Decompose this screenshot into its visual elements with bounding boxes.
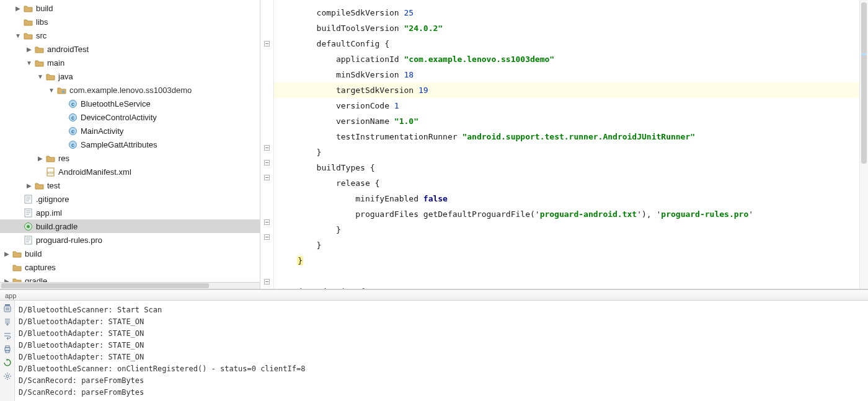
code-line[interactable]: testInstrumentationRunner "android.suppo…: [274, 129, 859, 144]
tree-item-label: MainActivity: [81, 126, 123, 136]
log-line[interactable]: D/BluetoothAdapter: STATE_ON: [19, 340, 864, 351]
fold-icon[interactable]: [264, 219, 270, 225]
tree-item-label: build: [36, 4, 53, 13]
svg-text:c: c: [71, 128, 74, 134]
tree-item-label: src: [36, 31, 46, 40]
project-tree[interactable]: ▶build▶libs▼src▶androidTest▼main▼java▼co…: [0, 0, 260, 289]
code-line[interactable]: buildTypes {: [274, 160, 859, 175]
tree-item[interactable]: ▶cBluetoothLeService: [0, 97, 260, 110]
editor-gutter[interactable]: [260, 0, 274, 289]
code-line[interactable]: }: [274, 222, 859, 237]
code-line[interactable]: defaultConfig {: [274, 36, 859, 51]
breadcrumb[interactable]: app: [0, 289, 868, 301]
settings-icon[interactable]: [2, 371, 12, 381]
log-line[interactable]: D/ScanRecord: parseFromBytes: [19, 387, 864, 399]
tree-item-label: build.gradle: [36, 222, 78, 231]
expand-arrow-icon[interactable]: ▶: [25, 182, 33, 189]
expand-arrow-icon[interactable]: ▶: [2, 250, 11, 257]
tree-horizontal-scrollbar[interactable]: [0, 282, 260, 289]
folder-icon: [33, 45, 45, 53]
expand-arrow-icon: ▶: [14, 196, 22, 203]
scroll-to-end-icon[interactable]: [2, 317, 12, 327]
expand-arrow-icon[interactable]: ▼: [25, 59, 33, 66]
tree-item[interactable]: ▶.gitignore: [0, 192, 260, 206]
tree-item[interactable]: ▶res: [0, 151, 260, 165]
svg-line-44: [9, 378, 10, 379]
expand-arrow-icon[interactable]: ▶: [36, 155, 45, 162]
fold-icon[interactable]: [264, 160, 270, 165]
log-line[interactable]: D/BluetoothLeScanner: onClientRegistered…: [19, 363, 864, 375]
folder-icon: [11, 263, 22, 271]
breadcrumb-label: app: [5, 292, 16, 299]
logcat-toolbar: [0, 301, 15, 401]
fold-icon[interactable]: [264, 175, 270, 180]
expand-arrow-icon[interactable]: ▼: [36, 73, 45, 80]
tree-item[interactable]: ▶cSampleGattAttributes: [0, 138, 260, 151]
code-line[interactable]: compileSdkVersion 25: [274, 5, 859, 20]
tree-item-label: test: [47, 181, 60, 190]
editor-vertical-scrollbar[interactable]: [859, 0, 868, 289]
code-line[interactable]: }: [274, 144, 859, 160]
tree-item[interactable]: ▶androidTest: [0, 42, 260, 56]
code-line[interactable]: release {: [274, 175, 859, 191]
tree-item[interactable]: ▶proguard-rules.pro: [0, 233, 260, 247]
tree-item[interactable]: ▶build: [0, 247, 260, 260]
code-editor[interactable]: compileSdkVersion 25 buildToolsVersion "…: [260, 0, 868, 289]
tree-item-label: BluetoothLeService: [81, 99, 151, 108]
log-line[interactable]: D/BluetoothAdapter: STATE_ON: [19, 328, 864, 340]
tree-item[interactable]: ▶xmlAndroidManifest.xml: [0, 165, 260, 178]
svg-text:c: c: [71, 100, 74, 107]
log-line[interactable]: D/BluetoothAdapter: STATE_ON: [19, 316, 864, 328]
expand-arrow-icon[interactable]: ▼: [14, 32, 22, 39]
tree-item[interactable]: ▼com.example.lenovo.ss1003demo: [0, 83, 260, 97]
code-area[interactable]: compileSdkVersion 25 buildToolsVersion "…: [274, 0, 859, 289]
code-line[interactable]: versionCode 1: [274, 98, 859, 113]
expand-arrow-icon[interactable]: ▶: [25, 46, 33, 53]
expand-arrow-icon: ▶: [14, 223, 22, 230]
expand-arrow-icon[interactable]: ▶: [14, 5, 22, 12]
logcat-panel: D/BluetoothLeScanner: Start ScanD/Blueto…: [0, 301, 868, 401]
soft-wrap-icon[interactable]: [2, 330, 12, 340]
code-line[interactable]: buildToolsVersion "24.0.2": [274, 20, 859, 36]
scrollbar-thumb[interactable]: [1, 283, 209, 288]
print-icon[interactable]: [2, 344, 12, 354]
expand-arrow-icon: ▶: [58, 141, 67, 148]
tree-item[interactable]: ▶build.gradle: [0, 219, 260, 233]
restart-icon[interactable]: [2, 358, 12, 368]
tree-item[interactable]: ▼java: [0, 69, 260, 83]
tree-item-label: AndroidManifest.xml: [58, 167, 131, 177]
expand-arrow-icon[interactable]: ▼: [47, 87, 56, 94]
fold-icon[interactable]: [264, 234, 270, 240]
tree-item[interactable]: ▶libs: [0, 15, 260, 29]
tree-item[interactable]: ▶app.iml: [0, 206, 260, 219]
log-line[interactable]: D/BluetoothAdapter: STATE_ON: [19, 351, 864, 363]
code-line[interactable]: minifyEnabled false: [274, 191, 859, 206]
clear-log-icon[interactable]: [2, 303, 12, 313]
fold-icon[interactable]: [264, 279, 270, 284]
code-line[interactable]: dependencies {: [274, 284, 859, 289]
code-line[interactable]: targetSdkVersion 19: [274, 82, 859, 98]
code-line[interactable]: applicationId "com.example.lenovo.ss1003…: [274, 51, 859, 67]
tree-item[interactable]: ▶captures: [0, 260, 260, 274]
code-line[interactable]: versionName "1.0": [274, 113, 859, 129]
code-line[interactable]: }: [274, 253, 859, 268]
code-line[interactable]: minSdkVersion 18: [274, 67, 859, 82]
fold-icon[interactable]: [264, 145, 270, 151]
tree-item[interactable]: ▶build: [0, 1, 260, 15]
fold-icon[interactable]: [264, 41, 270, 46]
tree-item[interactable]: ▼src: [0, 29, 260, 42]
code-line[interactable]: proguardFiles getDefaultProguardFile('pr…: [274, 206, 859, 222]
folder-icon: [33, 182, 45, 190]
code-line[interactable]: }: [274, 237, 859, 253]
log-line[interactable]: D/ScanRecord: parseFromBytes: [19, 375, 864, 387]
scrollbar-thumb[interactable]: [861, 2, 867, 164]
class-icon: c: [67, 126, 78, 136]
log-output[interactable]: D/BluetoothLeScanner: Start ScanD/Blueto…: [15, 301, 868, 401]
log-line[interactable]: D/BluetoothLeScanner: Start Scan: [19, 304, 864, 316]
svg-point-14: [27, 225, 30, 228]
tree-item[interactable]: ▶cDeviceControlActivity: [0, 110, 260, 124]
code-line[interactable]: [274, 268, 859, 284]
tree-item[interactable]: ▶cMainActivity: [0, 124, 260, 138]
tree-item[interactable]: ▶test: [0, 178, 260, 192]
tree-item[interactable]: ▼main: [0, 56, 260, 69]
